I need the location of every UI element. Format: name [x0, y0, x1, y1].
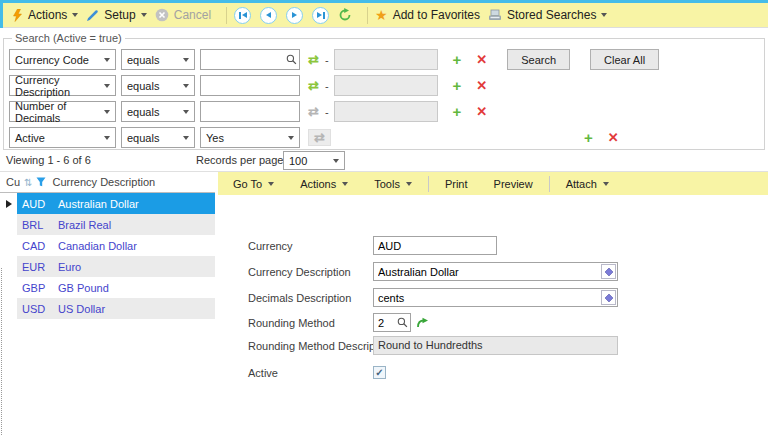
translate-button[interactable]: [601, 290, 616, 305]
first-record-button[interactable]: [234, 7, 251, 24]
rounding-method-lookup-icon[interactable]: [397, 317, 408, 328]
grid-row-gbp[interactable]: GBPGB Pound: [0, 277, 215, 298]
range-toggle-icon[interactable]: ⇄: [308, 79, 319, 92]
chevron-down-icon: [342, 182, 348, 186]
grid-row-eur[interactable]: EUREuro: [0, 256, 215, 277]
row-indicator: [0, 277, 17, 298]
records-per-page-select[interactable]: 100: [283, 151, 345, 170]
menu-attach[interactable]: Attach: [553, 172, 622, 195]
stored-searches-icon: [488, 9, 502, 21]
first-bar-icon: [239, 12, 241, 19]
remove-filter-row-icon[interactable]: ✕: [476, 53, 487, 66]
sort-icon[interactable]: ⇅: [24, 177, 32, 188]
currency-description-input[interactable]: [373, 262, 618, 281]
detail-menu-bar: Go To Actions Tools Print Preview Attach: [218, 172, 768, 195]
grid-row-aud[interactable]: AUDAustralian Dollar: [0, 193, 215, 214]
menu-go-to-label: Go To: [233, 178, 262, 190]
grid-row-usd[interactable]: USDUS Dollar: [0, 298, 215, 319]
operator-select[interactable]: equals: [121, 127, 195, 148]
menu-separator: [428, 176, 429, 192]
add-filter-row-icon[interactable]: +: [453, 78, 462, 93]
paging-bar: Viewing 1 - 6 of 6 Records per page: 100: [0, 150, 768, 172]
app-window: Actions Setup Cancel ★ Add to Favorites …: [0, 0, 768, 435]
cancel-circle-icon: [155, 8, 169, 22]
add-to-favorites-button[interactable]: ★ Add to Favorites: [375, 8, 480, 22]
menu-separator: [549, 176, 550, 192]
cancel-button[interactable]: Cancel: [155, 8, 211, 22]
menu-print[interactable]: Print: [432, 172, 481, 195]
active-checkbox[interactable]: ✓: [373, 366, 386, 379]
chevron-down-icon: [603, 182, 609, 186]
open-rounding-method-button[interactable]: [416, 317, 429, 329]
remove-filter-row-icon[interactable]: ✕: [476, 105, 487, 118]
range-toggle-icon: ⇄: [308, 105, 319, 118]
field-select[interactable]: Currency Code: [9, 49, 116, 70]
value-select[interactable]: Yes: [200, 127, 300, 148]
grid-row-cad[interactable]: CADCanadian Dollar: [0, 235, 215, 256]
menu-go-to[interactable]: Go To: [220, 172, 287, 195]
previous-record-button[interactable]: [260, 7, 277, 24]
clear-all-button[interactable]: Clear All: [590, 49, 659, 70]
launch-arrow-icon: [416, 317, 429, 329]
translate-button[interactable]: [601, 264, 616, 279]
cell-currency-code: GBP: [17, 282, 58, 294]
menu-tools[interactable]: Tools: [361, 172, 425, 195]
grid-row-brl[interactable]: BRLBrazil Real: [0, 214, 215, 235]
decimals-description-input[interactable]: [373, 288, 618, 307]
row-indicator: [0, 256, 17, 277]
actions-menu-label: Actions: [28, 8, 67, 22]
currency-input[interactable]: [373, 236, 497, 255]
grid-header-description[interactable]: Currency Description: [52, 176, 155, 188]
rounding-method-label: Rounding Method: [248, 317, 373, 329]
last-record-button[interactable]: [312, 7, 329, 24]
add-filter-row-icon[interactable]: +: [453, 104, 462, 119]
toolbar-separator: [367, 7, 368, 24]
field-select[interactable]: Number of Decimals: [9, 101, 116, 122]
setup-menu-label: Setup: [104, 8, 135, 22]
value-input[interactable]: [200, 75, 300, 96]
form-row-currency: Currency: [248, 235, 497, 256]
stored-searches-label: Stored Searches: [507, 8, 596, 22]
menu-actions[interactable]: Actions: [287, 172, 361, 195]
add-filter-row-icon[interactable]: +: [584, 130, 593, 145]
detail-panel: Go To Actions Tools Print Preview Attach…: [218, 172, 768, 435]
range-toggle-icon[interactable]: ⇄: [308, 53, 319, 66]
row-indicator: [0, 214, 17, 235]
form-row-active: Active ✓: [248, 362, 386, 383]
operator-select[interactable]: equals: [121, 49, 195, 70]
panel-splitter-handle[interactable]: [1, 268, 2, 435]
remove-filter-row-icon[interactable]: ✕: [476, 79, 487, 92]
filter-funnel-icon[interactable]: [36, 177, 46, 187]
range-dash: -: [325, 106, 329, 118]
operator-select[interactable]: equals: [121, 75, 195, 96]
chevron-down-icon: [601, 13, 607, 17]
field-select[interactable]: Active: [9, 127, 116, 148]
next-record-button[interactable]: [286, 7, 303, 24]
form-row-rounding-method-description: Rounding Method Description Round to Hun…: [248, 335, 618, 356]
menu-preview[interactable]: Preview: [481, 172, 546, 195]
field-select[interactable]: Currency Description: [9, 75, 116, 96]
stored-searches-button[interactable]: Stored Searches: [488, 8, 607, 22]
range-toggle-icon: ⇄: [314, 130, 325, 145]
actions-menu-button[interactable]: Actions: [12, 8, 78, 22]
value-select-value: Yes: [206, 132, 224, 144]
cell-currency-description: US Dollar: [58, 303, 105, 315]
menu-attach-label: Attach: [566, 178, 597, 190]
range-dash: -: [325, 54, 329, 66]
remove-filter-row-icon[interactable]: ✕: [608, 131, 619, 144]
grid-header-code[interactable]: Cu: [6, 176, 20, 188]
value-input[interactable]: [200, 101, 300, 122]
value-input[interactable]: [200, 49, 300, 70]
menu-preview-label: Preview: [494, 178, 533, 190]
refresh-button[interactable]: [338, 8, 352, 22]
rounding-method-description-label: Rounding Method Description: [248, 340, 373, 352]
search-lookup-icon[interactable]: [286, 54, 297, 65]
search-button[interactable]: Search: [507, 49, 570, 70]
chevron-down-icon: [333, 159, 339, 163]
row-indicator: [0, 193, 17, 214]
cell-currency-code: AUD: [17, 198, 58, 210]
setup-menu-button[interactable]: Setup: [86, 8, 146, 22]
next-triangle-icon: [317, 12, 322, 18]
add-filter-row-icon[interactable]: +: [453, 52, 462, 67]
operator-select[interactable]: equals: [121, 101, 195, 122]
